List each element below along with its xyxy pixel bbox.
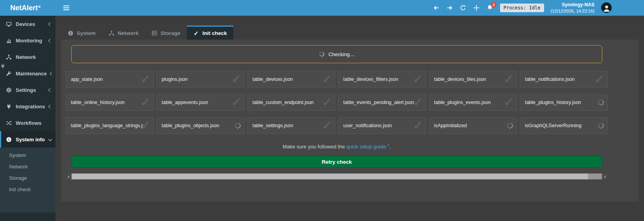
sidebar-toggle-button[interactable] [62, 3, 71, 13]
plug-icon [6, 104, 12, 110]
hint-prefix: Make sure you followed the [282, 144, 346, 150]
spinner-icon [597, 99, 605, 106]
hint-link-text: quick setup guide [346, 144, 386, 150]
init-check-grid: app_state.json✓plugins.json✓table_device… [66, 71, 608, 134]
hint-suffix: . [389, 144, 391, 150]
user-avatar[interactable] [601, 2, 612, 13]
init-check-tile: table_settings.json✓ [247, 117, 336, 134]
init-check-tile: plugins.json✓ [157, 71, 245, 88]
chevron-left-icon [48, 38, 52, 42]
sidebar-item-devices[interactable]: Devices [0, 16, 55, 32]
horizontal-scrollbar[interactable]: ‹ › [66, 174, 608, 179]
back-icon[interactable] [433, 4, 440, 11]
sidebar-item-label: Monitoring [16, 38, 42, 44]
scroll-right-button[interactable]: › [602, 174, 608, 179]
sidebar-item-label: Settings [16, 87, 36, 93]
sidebar-submenu: System Network Storage Init check [0, 148, 55, 212]
check-icon: ✓ [231, 73, 242, 85]
sidebar-item-label: Integrations [16, 104, 45, 110]
forward-icon[interactable] [447, 4, 453, 11]
sidebar-item-system-info[interactable]: System info [0, 131, 55, 148]
devices-icon [6, 21, 12, 27]
topbar-right-cluster: 2 Process: Idle Synology-NAS (12/12/2025… [433, 2, 644, 14]
tile-label: table_devices_filters.json [343, 77, 398, 82]
init-check-tile: table_plugins_history.json [520, 94, 608, 111]
notifications-bell-icon[interactable]: 2 [487, 4, 493, 11]
tab-storage[interactable]: Storage [145, 26, 186, 40]
init-check-tile: table_online_history.json✓ [66, 94, 154, 111]
host-info: Synology-NAS (12/12/2025, 14:22:16) [551, 2, 594, 14]
check-icon: ✓ [413, 73, 423, 85]
brand-sup: x [38, 4, 41, 9]
sidebar-item-network[interactable]: Network [0, 49, 55, 65]
sidebar-item-label: Workflows [16, 120, 42, 126]
check-icon: ✓ [231, 96, 242, 108]
checking-status-box: Checking… [71, 45, 602, 63]
quick-setup-link[interactable]: quick setup guide↗ [346, 144, 389, 150]
move-icon[interactable] [473, 4, 480, 11]
sidebar-item-maintenance[interactable]: Maintenance [0, 65, 55, 82]
init-check-tile: user_notifications.json✓ [338, 117, 426, 134]
refresh-icon[interactable] [460, 4, 467, 11]
init-check-panel: Checking… app_state.json✓plugins.json✓ta… [61, 40, 638, 201]
info-icon [67, 30, 74, 37]
tile-label: isGraphQLServerRunning [525, 123, 581, 128]
external-link-icon: ↗ [386, 143, 389, 147]
host-timestamp: (12/12/2025, 14:22:16) [551, 8, 594, 14]
tab-label: Network [118, 30, 138, 36]
init-check-tile: table_plugins_objects.json [157, 117, 245, 134]
sidebar-item-label: Devices [16, 21, 35, 27]
host-name: Synology-NAS [551, 2, 594, 8]
sidebar-subitem-network[interactable]: Network [0, 161, 55, 172]
tab-bar: System Network Storage ✓ Init check [61, 26, 638, 40]
tile-label: table_plugins_language_strings.json [71, 123, 143, 128]
tab-network[interactable]: Network [102, 26, 145, 40]
init-check-tile: table_devices_filters.json✓ [338, 71, 426, 88]
tile-label: table_plugins_objects.json [162, 123, 220, 128]
check-icon: ✓ [413, 119, 423, 132]
init-check-tile: table_events_pending_alert.json✓ [338, 94, 426, 111]
init-check-tile: table_devices.json✓ [247, 71, 336, 88]
sidebar-item-workflows[interactable]: Workflows [0, 115, 55, 131]
init-check-tile: table_plugins_events.json✓ [429, 94, 517, 111]
tile-label: table_online_history.json [71, 100, 125, 105]
tile-label: table_plugins_events.json [434, 100, 491, 105]
retry-check-button[interactable]: Retry check [71, 156, 602, 168]
check-icon: ✓ [504, 73, 514, 85]
tab-system[interactable]: System [61, 26, 102, 40]
spinner-icon [506, 122, 514, 130]
setup-hint: Make sure you followed the quick setup g… [66, 143, 608, 150]
sidebar-subitem-init-check[interactable]: Init check [0, 184, 55, 195]
info-icon [6, 137, 12, 142]
scroll-left-button[interactable]: ‹ [66, 174, 72, 179]
scrollbar-thumb[interactable] [72, 174, 588, 179]
sidebar: Devices Monitoring Network Maintenance S… [0, 16, 55, 221]
sidebar-item-settings[interactable]: Settings [0, 82, 55, 98]
tile-label: table_appevents.json [162, 100, 208, 105]
init-check-tile: isGraphQLServerRunning [520, 117, 608, 134]
plug-icon [0, 64, 6, 71]
network-icon [108, 30, 114, 37]
sidebar-item-label: Network [16, 54, 36, 60]
spinner-icon [234, 122, 242, 130]
init-check-tile: table_notifications.json✓ [520, 71, 608, 88]
tile-label: table_settings.json [253, 123, 293, 128]
sidebar-item-monitoring[interactable]: Monitoring [0, 32, 55, 49]
scrollbar-track[interactable] [72, 174, 602, 179]
app-logo[interactable]: NetAlertx [0, 0, 55, 16]
tab-init-check[interactable]: ✓ Init check [187, 26, 233, 40]
notification-badge: 2 [491, 2, 496, 7]
chevron-left-icon [48, 104, 52, 108]
storage-icon [151, 30, 157, 37]
check-icon: ✓ [594, 73, 605, 85]
tab-label: Init check [203, 30, 227, 36]
check-icon: ✓ [140, 96, 151, 108]
sidebar-subitem-system[interactable]: System [0, 150, 55, 161]
tile-label: table_custom_endpoint.json [253, 100, 314, 105]
init-check-tile: table_devices_tiles.json✓ [429, 71, 517, 88]
sidebar-subitem-storage[interactable]: Storage [0, 172, 55, 184]
init-check-tile: table_appevents.json✓ [157, 94, 245, 111]
check-icon: ✓ [193, 30, 199, 37]
sidebar-item-integrations[interactable]: Integrations [0, 98, 55, 115]
tile-label: table_notifications.json [525, 77, 574, 82]
